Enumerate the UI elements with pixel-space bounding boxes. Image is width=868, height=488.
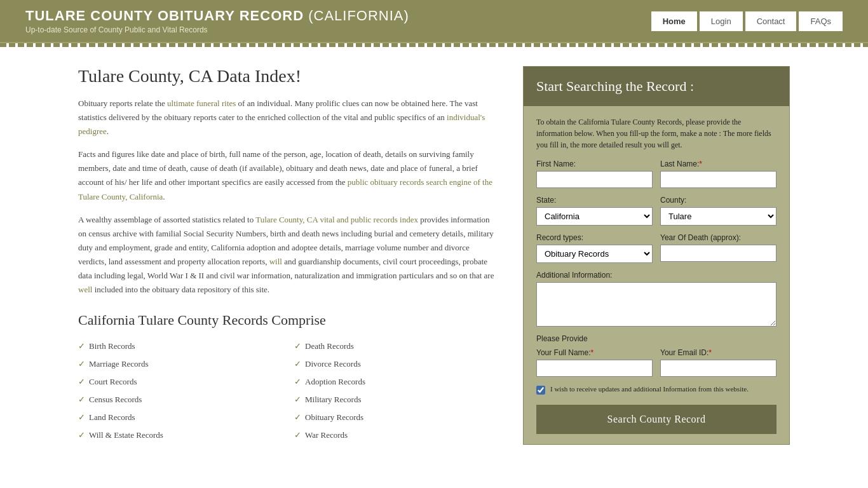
- record-item-court: ✓ Court Records: [78, 374, 281, 390]
- check-icon: ✓: [78, 341, 85, 351]
- required-marker: *: [591, 348, 594, 357]
- link-search-engine[interactable]: public obituary records search engine of…: [78, 177, 492, 201]
- nav-contact[interactable]: Contact: [745, 11, 797, 31]
- intro-paragraph-3: A wealthy assemblage of assorted statist…: [78, 213, 498, 297]
- check-icon: ✓: [294, 412, 301, 423]
- form-body: To obtain the California Tulare County R…: [524, 106, 789, 444]
- county-group: County: Tulare Los Angeles San Diego San…: [660, 196, 776, 226]
- record-item-military: ✓ Military Records: [294, 392, 498, 407]
- page-heading: Tulare County, CA Data Index!: [78, 66, 498, 86]
- record-item-census: ✓ Census Records: [78, 392, 281, 407]
- main-container: Tulare County, CA Data Index! Obituary r…: [53, 47, 815, 464]
- site-header: TULARE COUNTY OBITUARY RECORD (CALIFORNI…: [0, 0, 868, 42]
- last-name-input[interactable]: [660, 171, 776, 188]
- record-item-adoption: ✓ Adoption Records: [294, 374, 498, 390]
- name-row: First Name: Last Name:*: [536, 159, 776, 188]
- check-icon: ✓: [78, 377, 85, 387]
- please-provide-label: Please Provide: [536, 334, 776, 343]
- state-select[interactable]: California Alabama Alaska Arizona Arkans…: [536, 207, 653, 226]
- form-header: Start Searching the Record :: [524, 67, 789, 106]
- check-icon: ✓: [294, 359, 301, 369]
- record-item-death: ✓ Death Records: [294, 339, 498, 354]
- search-form-box: Start Searching the Record : To obtain t…: [523, 66, 790, 445]
- main-nav: Home Login Contact FAQs: [651, 11, 843, 31]
- check-icon: ✓: [78, 412, 85, 423]
- additional-info-textarea[interactable]: [536, 282, 776, 327]
- first-name-label: First Name:: [536, 159, 653, 168]
- check-icon: ✓: [294, 341, 301, 351]
- state-county-row: State: California Alabama Alaska Arizona…: [536, 196, 776, 226]
- record-item-divorce: ✓ Divorce Records: [294, 356, 498, 372]
- check-icon: ✓: [78, 430, 85, 440]
- last-name-group: Last Name:*: [660, 159, 776, 188]
- record-item-land: ✓ Land Records: [78, 410, 281, 425]
- record-item-war: ✓ War Records: [294, 428, 498, 443]
- records-grid: ✓ Birth Records ✓ Death Records ✓ Marria…: [78, 339, 498, 443]
- record-type-label: Record types:: [536, 233, 653, 242]
- site-tagline: Up-to-date Source of County Public and V…: [25, 25, 409, 34]
- record-item-obituary: ✓ Obituary Records: [294, 410, 498, 425]
- state-group: State: California Alabama Alaska Arizona…: [536, 196, 653, 226]
- link-tulare-vital[interactable]: Tulare County, CA vital and public recor…: [255, 215, 418, 224]
- check-icon: ✓: [78, 359, 85, 369]
- header-stripe: [0, 42, 868, 47]
- form-title: Start Searching the Record :: [536, 78, 776, 95]
- full-name-input[interactable]: [536, 360, 653, 377]
- newsletter-checkbox-row: I wish to receive updates and additional…: [536, 384, 776, 395]
- checkbox-label: I wish to receive updates and additional…: [550, 384, 749, 394]
- check-icon: ✓: [78, 395, 85, 405]
- site-title: TULARE COUNTY OBITUARY RECORD (CALIFORNI…: [25, 8, 409, 24]
- required-marker: *: [709, 348, 712, 357]
- year-of-death-input[interactable]: [660, 245, 776, 262]
- left-content: Tulare County, CA Data Index! Obituary r…: [78, 66, 498, 445]
- record-item-birth: ✓ Birth Records: [78, 339, 281, 354]
- link-funeral[interactable]: ultimate funeral rites: [167, 98, 236, 108]
- header-branding: TULARE COUNTY OBITUARY RECORD (CALIFORNI…: [25, 8, 409, 34]
- check-icon: ✓: [294, 430, 301, 440]
- contact-row: Your Full Name:* Your Email ID:*: [536, 348, 776, 377]
- email-input[interactable]: [660, 360, 776, 377]
- link-pedigree[interactable]: individual's pedigree: [78, 112, 485, 136]
- first-name-group: First Name:: [536, 159, 653, 188]
- check-icon: ✓: [294, 395, 301, 405]
- additional-info-label: Additional Information:: [536, 271, 776, 280]
- required-marker: *: [699, 159, 702, 168]
- right-panel: Start Searching the Record : To obtain t…: [523, 66, 790, 445]
- full-name-group: Your Full Name:*: [536, 348, 653, 377]
- form-description: To obtain the California Tulare County R…: [536, 116, 776, 151]
- county-select[interactable]: Tulare Los Angeles San Diego San Francis…: [660, 207, 776, 226]
- year-of-death-group: Year Of Death (approx):: [660, 233, 776, 263]
- newsletter-checkbox[interactable]: [536, 386, 545, 395]
- full-name-label: Your Full Name:*: [536, 348, 653, 357]
- intro-paragraph-2: Facts and figures like date and place of…: [78, 147, 498, 203]
- nav-home[interactable]: Home: [651, 11, 697, 31]
- email-label: Your Email ID:*: [660, 348, 776, 357]
- additional-info-group: Additional Information:: [536, 271, 776, 327]
- year-of-death-label: Year Of Death (approx):: [660, 233, 776, 242]
- check-icon: ✓: [294, 377, 301, 387]
- record-type-group: Record types: Obituary Records Birth Rec…: [536, 233, 653, 263]
- nav-faqs[interactable]: FAQs: [799, 11, 843, 31]
- link-well[interactable]: well: [78, 285, 92, 294]
- last-name-label: Last Name:*: [660, 159, 776, 168]
- record-type-row: Record types: Obituary Records Birth Rec…: [536, 233, 776, 263]
- intro-paragraph-1: Obituary reports relate the ultimate fun…: [78, 97, 498, 139]
- email-group: Your Email ID:*: [660, 348, 776, 377]
- nav-login[interactable]: Login: [700, 11, 743, 31]
- record-item-marriage: ✓ Marriage Records: [78, 356, 281, 372]
- record-type-select[interactable]: Obituary Records Birth Records Death Rec…: [536, 245, 653, 263]
- link-will[interactable]: will: [269, 257, 282, 266]
- record-item-will-estate: ✓ Will & Estate Records: [78, 428, 281, 443]
- search-county-record-button[interactable]: Search County Record: [536, 405, 776, 434]
- county-label: County:: [660, 196, 776, 205]
- state-label: State:: [536, 196, 653, 205]
- section-heading: California Tulare County Records Compris…: [78, 312, 498, 329]
- first-name-input[interactable]: [536, 171, 653, 188]
